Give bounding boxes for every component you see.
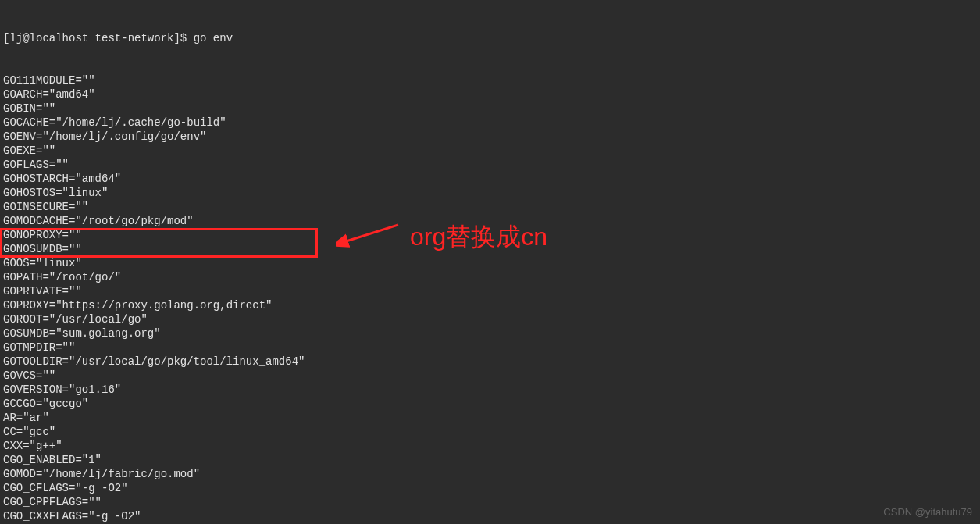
- output-line: GONOPROXY="": [3, 228, 980, 242]
- output-line: GOHOSTOS="linux": [3, 186, 980, 200]
- output-line: GOTOOLDIR="/usr/local/go/pkg/tool/linux_…: [3, 355, 980, 369]
- output-line: AR="ar": [3, 411, 980, 425]
- output-line: GOVERSION="go1.16": [3, 383, 980, 397]
- output-line: CGO_CFLAGS="-g -O2": [3, 481, 980, 495]
- output-line: CC="gcc": [3, 425, 980, 439]
- output-line: GOMODCACHE="/root/go/pkg/mod": [3, 214, 980, 228]
- output-line: CGO_ENABLED="1": [3, 453, 980, 467]
- output-line: GOPRIVATE="": [3, 284, 980, 298]
- output-line: CXX="g++": [3, 439, 980, 453]
- output-line: GONOSUMDB="": [3, 242, 980, 256]
- output-line: GOINSECURE="": [3, 200, 980, 214]
- output-line: GOENV="/home/lj/.config/go/env": [3, 130, 980, 144]
- output-line: GOPROXY="https://proxy.golang.org,direct…: [3, 298, 980, 312]
- output-line: GOBIN="": [3, 102, 980, 116]
- output-line: GOFLAGS="": [3, 158, 980, 172]
- output-line: CGO_CPPFLAGS="": [3, 495, 980, 509]
- output-line: GCCGO="gccgo": [3, 397, 980, 411]
- command-prompt: [lj@localhost test-network]$ go env: [3, 31, 980, 45]
- output-line: GOHOSTARCH="amd64": [3, 172, 980, 186]
- output-line: CGO_CXXFLAGS="-g -O2": [3, 509, 980, 523]
- output-lines: GO111MODULE=""GOARCH="amd64"GOBIN=""GOCA…: [3, 73, 980, 524]
- output-line: GO111MODULE="": [3, 73, 980, 87]
- output-line: GOTMPDIR="": [3, 340, 980, 355]
- output-line: GOROOT="/usr/local/go": [3, 312, 980, 326]
- output-line: GOARCH="amd64": [3, 87, 980, 102]
- output-line: GOPATH="/root/go/": [3, 270, 980, 284]
- output-line: GOEXE="": [3, 144, 980, 158]
- output-line: GOCACHE="/home/lj/.cache/go-build": [3, 116, 980, 130]
- output-line: GOVCS="": [3, 369, 980, 383]
- output-line: GOSUMDB="sum.golang.org": [3, 326, 980, 340]
- terminal-output[interactable]: [lj@localhost test-network]$ go env GO11…: [0, 0, 980, 524]
- output-line: GOOS="linux": [3, 256, 980, 270]
- output-line: GOMOD="/home/lj/fabric/go.mod": [3, 467, 980, 481]
